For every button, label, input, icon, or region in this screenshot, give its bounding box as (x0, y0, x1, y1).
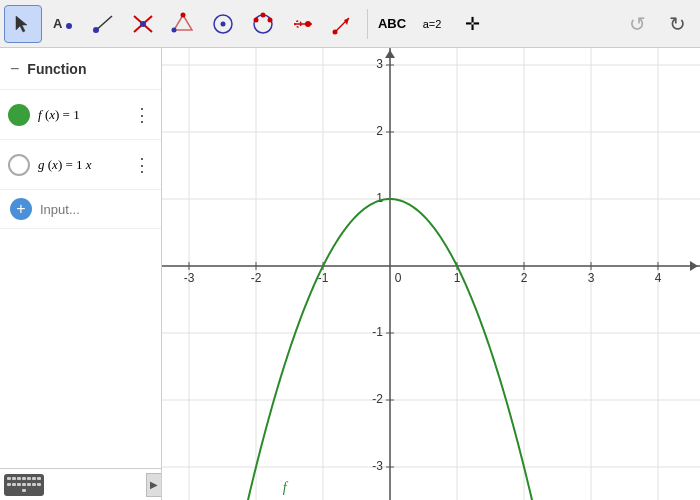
svg-point-10 (172, 27, 177, 32)
redo-button[interactable]: ↻ (658, 5, 696, 43)
svg-point-4 (93, 27, 99, 33)
input-row: + (0, 190, 161, 229)
function-f-label: f (x) = 1 (38, 107, 123, 123)
slider-tool[interactable]: a=2 (413, 5, 451, 43)
function-g-circle (8, 154, 30, 176)
polygon-tool[interactable] (164, 5, 202, 43)
move-graph-tool-label: ✛ (465, 13, 480, 35)
svg-point-12 (221, 21, 226, 26)
point-tool[interactable]: A (44, 5, 82, 43)
separator-1 (367, 9, 368, 39)
circle-tool[interactable] (204, 5, 242, 43)
svg-point-9 (181, 12, 186, 17)
function-input[interactable] (40, 202, 151, 217)
sidebar: − Function f (x) = 1 ⋮ g (x) = 1 x ⋮ + (0, 48, 162, 500)
move-graph-tool[interactable]: ✛ (453, 5, 491, 43)
svg-marker-0 (16, 16, 27, 32)
svg-point-14 (254, 17, 259, 22)
sidebar-header: − Function (0, 48, 161, 90)
collapse-icon[interactable]: − (10, 60, 19, 78)
sidebar-bottom: ▶ (0, 468, 161, 500)
sidebar-expand-button[interactable]: ▶ (146, 473, 162, 497)
svg-point-16 (261, 12, 266, 17)
intersection-tool[interactable] (124, 5, 162, 43)
svg-point-2 (66, 23, 72, 29)
svg-point-15 (268, 17, 273, 22)
transform-tool[interactable] (284, 5, 322, 43)
function-f-circle (8, 104, 30, 126)
select-tool[interactable] (4, 5, 42, 43)
add-function-button[interactable]: + (10, 198, 32, 220)
text-tool[interactable]: ABC (373, 5, 411, 43)
line-tool[interactable] (84, 5, 122, 43)
function-f-item[interactable]: f (x) = 1 ⋮ (0, 90, 161, 140)
svg-point-7 (140, 21, 146, 27)
undo-button[interactable]: ↺ (618, 5, 656, 43)
toolbar: A (0, 0, 700, 48)
svg-point-22 (333, 29, 338, 34)
keyboard-icon[interactable] (4, 474, 44, 496)
sidebar-title: Function (27, 61, 86, 77)
graph-area[interactable] (162, 48, 700, 500)
main-area: − Function f (x) = 1 ⋮ g (x) = 1 x ⋮ + (0, 48, 700, 500)
function-g-item[interactable]: g (x) = 1 x ⋮ (0, 140, 161, 190)
function-g-menu-icon[interactable]: ⋮ (131, 154, 153, 176)
text-tool-label: ABC (378, 16, 406, 31)
function-g-label: g (x) = 1 x (38, 157, 123, 173)
vector-tool[interactable] (324, 5, 362, 43)
svg-text:A: A (53, 16, 63, 31)
graph-canvas (162, 48, 700, 500)
svg-point-19 (305, 21, 311, 27)
conic-tool[interactable] (244, 5, 282, 43)
toolbar-right: ↺ ↻ (618, 5, 696, 43)
function-f-menu-icon[interactable]: ⋮ (131, 104, 153, 126)
slider-tool-label: a=2 (423, 18, 442, 30)
